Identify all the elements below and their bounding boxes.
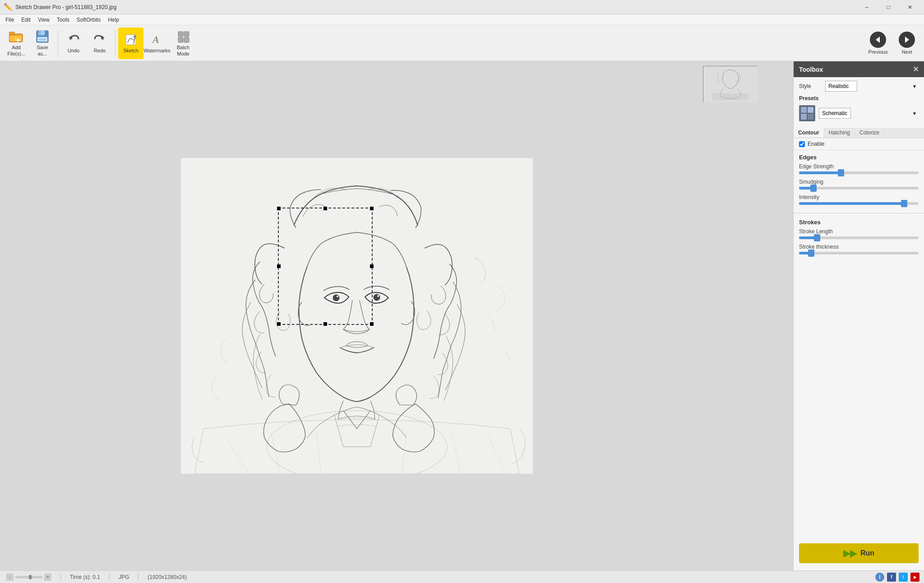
menu-help[interactable]: Help <box>104 14 123 25</box>
facebook-button[interactable]: f <box>887 573 896 582</box>
menu-tools[interactable]: Tools <box>53 14 73 25</box>
toolbar: AddFile(s)... Saveas... Undo <box>0 25 924 61</box>
svg-rect-39 <box>801 107 807 113</box>
tab-contour[interactable]: Contour <box>794 128 824 138</box>
save-as-button[interactable]: Saveas... <box>30 28 55 59</box>
edge-strength-label: Edge Strength <box>799 163 919 170</box>
zoom-thumb[interactable] <box>29 575 32 579</box>
stroke-thickness-slider-item: Stroke thickness <box>799 244 919 254</box>
smudging-slider-item: Smudging <box>799 179 919 190</box>
batch-mode-button[interactable]: BatchMode <box>171 28 196 59</box>
svg-rect-9 <box>39 38 46 41</box>
enable-checkbox[interactable] <box>799 141 805 147</box>
watermarks-button[interactable]: A Watermarks <box>144 28 170 59</box>
youtube-button[interactable]: ▶ <box>910 573 919 582</box>
presets-label: Presets <box>799 95 818 102</box>
status-sep-3 <box>138 574 139 581</box>
menu-softorbits[interactable]: SoftOrbits <box>73 14 104 25</box>
svg-point-31 <box>337 296 338 297</box>
stroke-length-track[interactable] <box>799 236 919 239</box>
enable-row: Enable <box>794 138 924 150</box>
stroke-length-thumb[interactable] <box>814 234 820 241</box>
tab-colorize[interactable]: Colorize <box>855 128 884 138</box>
svg-text:A: A <box>152 34 159 45</box>
stroke-length-label: Stroke Length <box>799 228 919 235</box>
svg-rect-1 <box>9 32 14 35</box>
presets-select[interactable]: Schematic Default Soft Hard <box>819 108 851 119</box>
toolbox-tabs: Contour Hatching Colorize <box>794 128 924 138</box>
intensity-track[interactable] <box>799 202 919 205</box>
canvas-area[interactable] <box>0 61 793 570</box>
thumbnail-preview <box>703 66 757 102</box>
intensity-thumb[interactable] <box>901 200 907 207</box>
stroke-thickness-track[interactable] <box>799 252 919 254</box>
toolbox-title: Toolbox <box>799 66 823 73</box>
presets-select-wrapper: Schematic Default Soft Hard <box>819 108 919 119</box>
svg-rect-40 <box>808 107 813 113</box>
style-select[interactable]: Realistic Schematic Cartoon <box>825 81 857 92</box>
menu-file[interactable]: File <box>2 14 18 25</box>
svg-marker-20 <box>876 37 880 43</box>
menubar: File Edit View Tools SoftOrbits Help <box>0 14 924 25</box>
svg-rect-41 <box>801 114 807 120</box>
svg-rect-42 <box>808 114 813 120</box>
intensity-fill <box>799 202 904 205</box>
minimize-button[interactable]: – <box>856 0 877 14</box>
edge-strength-track[interactable] <box>799 171 919 174</box>
zoom-in-button[interactable]: + <box>44 574 51 581</box>
zoom-slider[interactable] <box>15 576 42 578</box>
watermarks-icon: A <box>150 32 164 47</box>
zoom-out-button[interactable]: - <box>6 574 14 581</box>
close-button[interactable]: ✕ <box>900 0 920 14</box>
style-section: Style Realistic Schematic Cartoon Preset… <box>794 77 924 128</box>
svg-rect-19 <box>184 37 189 42</box>
info-button[interactable]: i <box>875 573 884 582</box>
zoom-controls: - + <box>6 574 51 581</box>
add-files-label: AddFile(s)... <box>7 45 25 56</box>
toolbox-close-button[interactable]: ✕ <box>913 65 919 74</box>
watermarks-label: Watermarks <box>144 48 171 54</box>
intensity-label: Intensity <box>799 194 919 200</box>
edge-strength-slider-item: Edge Strength <box>799 163 919 174</box>
sketch-button[interactable]: Sketch <box>118 28 143 59</box>
twitter-button[interactable]: t <box>899 573 908 582</box>
undo-button[interactable]: Undo <box>61 28 86 59</box>
dimensions-label: (1920x1280x24) <box>148 574 187 580</box>
time-label: Time (s): 0.1 <box>70 574 100 580</box>
next-icon <box>899 32 915 48</box>
strokes-title: Strokes <box>799 219 919 226</box>
style-label: Style <box>799 83 822 89</box>
svg-point-32 <box>374 294 380 301</box>
style-row: Style Realistic Schematic Cartoon <box>799 81 919 92</box>
format-status: JPG <box>119 574 129 580</box>
presets-icon <box>799 105 815 121</box>
edge-strength-thumb[interactable] <box>838 169 844 176</box>
next-button[interactable]: Next <box>893 28 920 59</box>
batch-mode-label: BatchMode <box>177 45 189 56</box>
batch-mode-icon <box>176 29 190 44</box>
statusbar: - + Time (s): 0.1 JPG (1920x1280x24) i f… <box>0 570 924 583</box>
edges-section: Edges Edge Strength Smudging Intensit <box>794 150 924 211</box>
titlebar: ✏️ Sketch Drawer Pro - girl-511883_1920.… <box>0 0 924 14</box>
run-button[interactable]: ▶▶ Run <box>799 543 919 563</box>
app-icon: ✏️ <box>4 3 13 11</box>
svg-rect-18 <box>178 37 183 42</box>
svg-marker-21 <box>905 37 909 43</box>
save-as-icon <box>35 29 50 44</box>
tab-hatching[interactable]: Hatching <box>824 128 855 138</box>
previous-button[interactable]: Previous <box>864 28 892 59</box>
smudging-track[interactable] <box>799 187 919 190</box>
stroke-thickness-thumb[interactable] <box>808 250 814 257</box>
stroke-thickness-label: Stroke thickness <box>799 244 919 250</box>
add-files-icon <box>9 29 23 44</box>
menu-view[interactable]: View <box>34 14 53 25</box>
add-files-button[interactable]: AddFile(s)... <box>4 28 29 59</box>
menu-edit[interactable]: Edit <box>18 14 34 25</box>
svg-point-13 <box>134 35 136 38</box>
smudging-thumb[interactable] <box>810 185 817 192</box>
section-divider <box>794 213 924 213</box>
redo-button[interactable]: Redo <box>87 28 112 59</box>
maximize-button[interactable]: □ <box>878 0 899 14</box>
previous-label: Previous <box>869 49 888 55</box>
save-as-label: Saveas... <box>37 45 48 56</box>
